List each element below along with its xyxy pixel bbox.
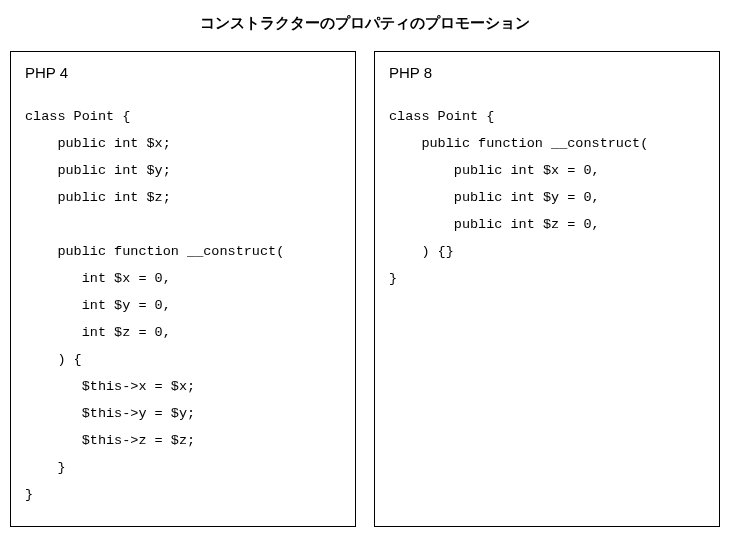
- left-panel-header: PHP 4: [25, 64, 341, 81]
- page-title: コンストラクターのプロパティのプロモーション: [0, 0, 730, 51]
- right-panel-header: PHP 8: [389, 64, 705, 81]
- right-panel: PHP 8 class Point { public function __co…: [374, 51, 720, 527]
- right-code-block: class Point { public function __construc…: [389, 103, 705, 292]
- comparison-panels: PHP 4 class Point { public int $x; publi…: [0, 51, 730, 527]
- left-code-block: class Point { public int $x; public int …: [25, 103, 341, 508]
- left-panel: PHP 4 class Point { public int $x; publi…: [10, 51, 356, 527]
